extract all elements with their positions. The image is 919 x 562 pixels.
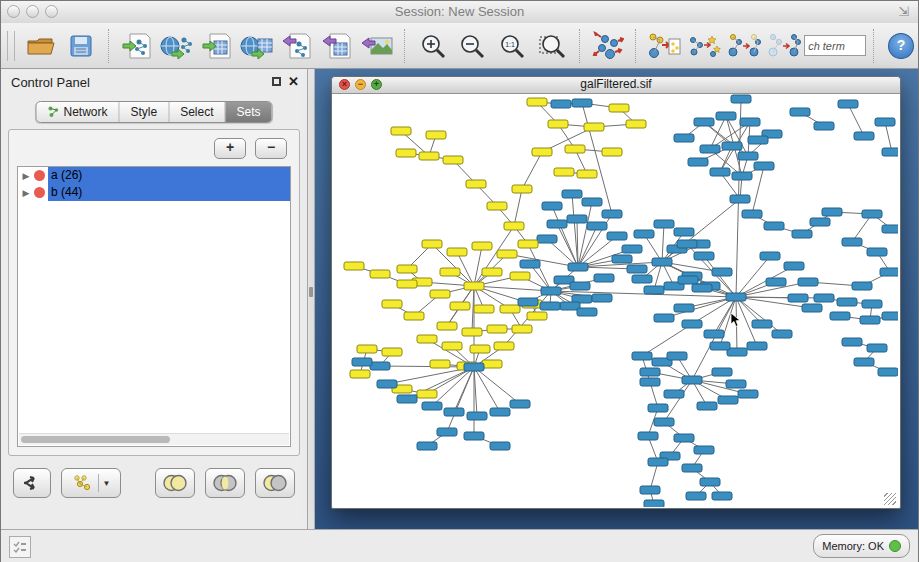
float-panel-button[interactable] bbox=[272, 77, 281, 86]
search-input[interactable] bbox=[804, 35, 866, 56]
svg-text:1:1: 1:1 bbox=[506, 41, 516, 48]
layout-icon bbox=[592, 31, 624, 61]
zoom-in-icon bbox=[420, 33, 446, 59]
set-difference-button[interactable] bbox=[255, 468, 295, 498]
sets-panel: + − ▶ a (26) ▶ b (44) bbox=[8, 129, 300, 456]
scrollbar-thumb[interactable] bbox=[21, 436, 170, 443]
network-to-file-icon bbox=[647, 31, 681, 61]
application-window: Session: New Session ⇲ bbox=[0, 0, 919, 562]
open-session-button[interactable] bbox=[21, 27, 61, 65]
help-button[interactable]: ? bbox=[888, 33, 914, 59]
import-network-url-button[interactable] bbox=[157, 27, 197, 65]
select-marked-nodes-button[interactable] bbox=[684, 27, 724, 65]
window-title: Session: New Session bbox=[1, 4, 918, 19]
tab-sets[interactable]: Sets bbox=[226, 102, 272, 122]
save-floppy-icon bbox=[69, 34, 93, 58]
fade-selection-icon bbox=[767, 32, 801, 60]
network-view-window[interactable]: × − + galFiltered.sif bbox=[331, 76, 901, 509]
export-image-icon bbox=[361, 32, 393, 60]
set-intersection-button[interactable] bbox=[205, 468, 245, 498]
set-color-dot-icon bbox=[34, 170, 45, 181]
tab-network[interactable]: Network bbox=[36, 102, 119, 122]
sets-action-bar: ▼ bbox=[13, 467, 295, 499]
control-panel-tabs: Network Style Select Sets bbox=[35, 101, 272, 123]
control-panel: Control Panel ✕ Network Style Se bbox=[1, 69, 308, 529]
chevron-down-icon: ▼ bbox=[103, 479, 111, 488]
tab-select-label: Select bbox=[180, 105, 213, 119]
zoom-fit-icon bbox=[538, 33, 566, 59]
disclosure-triangle-icon[interactable]: ▶ bbox=[18, 171, 34, 181]
set-row-a[interactable]: ▶ a (26) bbox=[18, 167, 290, 184]
export-table-icon bbox=[322, 32, 352, 60]
split-arrows-icon bbox=[22, 474, 42, 492]
apply-layout-button[interactable] bbox=[588, 27, 628, 65]
tab-sets-label: Sets bbox=[237, 105, 261, 119]
zoom-actual-size-button[interactable]: 1:1 bbox=[492, 27, 532, 65]
import-network-globe-icon bbox=[160, 32, 194, 60]
import-table-file-button[interactable] bbox=[197, 27, 237, 65]
maximize-view-button[interactable]: + bbox=[371, 79, 382, 90]
tab-style-label: Style bbox=[130, 105, 157, 119]
split-set-button[interactable] bbox=[13, 468, 51, 498]
network-tab-icon bbox=[47, 106, 59, 118]
statusbar: Memory: OK bbox=[1, 529, 918, 562]
remove-set-button[interactable]: − bbox=[255, 138, 287, 159]
toolbar-separator bbox=[635, 29, 637, 63]
export-image-button[interactable] bbox=[357, 27, 397, 65]
memory-status-button[interactable]: Memory: OK bbox=[813, 534, 910, 558]
set-label[interactable]: b (44) bbox=[48, 184, 290, 201]
zoom-in-button[interactable] bbox=[413, 27, 453, 65]
export-network-button[interactable] bbox=[277, 27, 317, 65]
tab-select[interactable]: Select bbox=[169, 102, 225, 122]
export-network-icon bbox=[282, 32, 312, 60]
open-folder-icon bbox=[26, 34, 56, 58]
fullscreen-arrows-icon[interactable]: ⇲ bbox=[896, 4, 912, 20]
window-resize-grip[interactable] bbox=[884, 493, 896, 505]
main-toolbar: 1:1 bbox=[1, 23, 918, 69]
task-monitor-icon[interactable] bbox=[9, 536, 31, 558]
tab-style[interactable]: Style bbox=[119, 102, 169, 122]
control-panel-header: Control Panel ✕ bbox=[1, 69, 307, 97]
tab-network-label: Network bbox=[63, 105, 107, 119]
minimize-view-button[interactable]: − bbox=[355, 79, 366, 90]
set-label[interactable]: a (26) bbox=[48, 167, 290, 184]
toolbar-drag-handle[interactable] bbox=[7, 31, 15, 61]
add-set-button[interactable]: + bbox=[214, 138, 246, 159]
save-session-button[interactable] bbox=[61, 27, 101, 65]
import-network-file-icon bbox=[122, 32, 152, 60]
import-network-file-button[interactable] bbox=[117, 27, 157, 65]
network-window-title: galFiltered.sif bbox=[332, 77, 900, 92]
main-area: Control Panel ✕ Network Style Se bbox=[1, 69, 918, 529]
close-panel-button[interactable]: ✕ bbox=[288, 74, 299, 89]
zoom-out-icon bbox=[459, 33, 485, 59]
panel-splitter[interactable] bbox=[308, 69, 315, 529]
toolbar-separator bbox=[404, 29, 406, 63]
create-set-from-network-dropdown[interactable]: ▼ bbox=[61, 468, 121, 498]
close-view-button[interactable]: × bbox=[339, 79, 350, 90]
control-panel-title: Control Panel bbox=[11, 75, 90, 90]
zoom-out-button[interactable] bbox=[453, 27, 493, 65]
disclosure-triangle-icon[interactable]: ▶ bbox=[18, 188, 34, 198]
zoom-fit-selection-button[interactable] bbox=[532, 27, 572, 65]
hide-selected-button[interactable] bbox=[764, 27, 804, 65]
zoom-one-to-one-icon: 1:1 bbox=[499, 33, 525, 59]
copy-network-to-file-button[interactable] bbox=[644, 27, 684, 65]
venn-difference-icon bbox=[261, 474, 289, 492]
select-first-neighbors-button[interactable] bbox=[724, 27, 764, 65]
set-row-b[interactable]: ▶ b (44) bbox=[18, 184, 290, 201]
network-desktop: × − + galFiltered.sif bbox=[315, 69, 918, 529]
import-table-url-button[interactable] bbox=[237, 27, 277, 65]
network-window-titlebar[interactable]: × − + galFiltered.sif bbox=[332, 77, 900, 94]
toolbar-separator bbox=[108, 29, 110, 63]
network-canvas[interactable] bbox=[332, 94, 898, 507]
set-union-button[interactable] bbox=[155, 468, 195, 498]
export-table-button[interactable] bbox=[317, 27, 357, 65]
horizontal-scrollbar[interactable] bbox=[19, 433, 289, 445]
splitter-grip[interactable] bbox=[309, 287, 313, 297]
sets-list: ▶ a (26) ▶ b (44) bbox=[17, 166, 291, 447]
toolbar-separator bbox=[579, 29, 581, 63]
network-window-controls: × − + bbox=[339, 79, 382, 90]
window-titlebar: Session: New Session ⇲ bbox=[1, 1, 918, 24]
set-color-dot-icon bbox=[34, 187, 45, 198]
venn-intersection-icon bbox=[211, 474, 239, 492]
